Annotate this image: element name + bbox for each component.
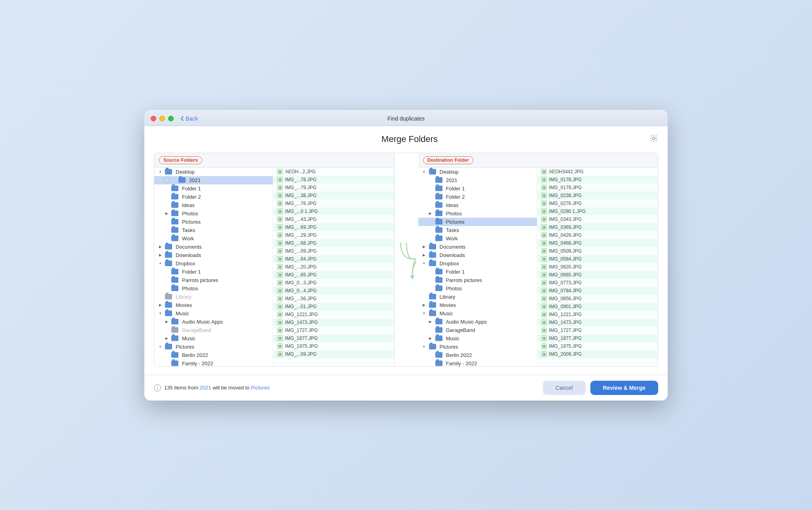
tree-item[interactable]: Berlin 2022 (418, 351, 537, 359)
folder-icon (171, 286, 178, 291)
review-merge-button[interactable]: Review & Merge (590, 381, 658, 395)
file-item: IMG_...79.JPG (273, 184, 394, 192)
tree-item-label: Desktop (440, 169, 459, 175)
file-icon (277, 304, 283, 309)
tree-item[interactable]: ▾Music (418, 309, 537, 318)
tree-item[interactable]: 2021 (154, 176, 273, 184)
file-name: IMG_0...4.JPG (285, 288, 316, 293)
file-name: IMG_1473.JPG (549, 320, 582, 325)
tree-item[interactable]: ▶Photos (418, 209, 537, 218)
tree-item[interactable]: ▾Desktop (418, 168, 537, 176)
file-item: IMG_...84.JPG (273, 255, 394, 263)
file-icon (541, 209, 547, 214)
tree-item[interactable]: ▾Desktop (154, 168, 273, 176)
tree-item[interactable]: Ideas (418, 201, 537, 209)
tree-item-label: Family - 2022 (446, 360, 477, 366)
folder-icon (171, 211, 178, 216)
tree-item[interactable]: Library (418, 293, 537, 301)
tree-item[interactable]: ▶Downloads (418, 251, 537, 259)
chevron-spacer (428, 236, 433, 241)
minimize-button[interactable] (159, 116, 165, 121)
tree-item[interactable]: Tasks (154, 226, 273, 234)
tree-item[interactable]: Parrots pictures (418, 276, 537, 284)
tree-item[interactable]: ▾Pictures (154, 343, 273, 351)
chevron-spacer (164, 202, 169, 208)
tree-item[interactable]: Work (154, 234, 273, 243)
tree-item[interactable]: GarageBand (154, 326, 273, 334)
tree-item[interactable]: Folder 2 (154, 193, 273, 201)
tree-item[interactable]: ▶Documents (418, 243, 537, 251)
chevron-spacer (428, 360, 433, 366)
tree-item[interactable]: Family - 2022 (154, 359, 273, 366)
settings-button[interactable] (649, 134, 658, 145)
tree-item[interactable]: ▾Dropbox (154, 259, 273, 268)
file-icon (541, 224, 547, 230)
tree-item[interactable]: 2021 (418, 176, 537, 184)
file-name: IMG_0238.JPG (549, 193, 582, 198)
file-name: IMG_0429.JPG (549, 232, 582, 238)
tree-item[interactable]: Tasks (418, 226, 537, 234)
file-name: IMG_1975.JPG (549, 343, 582, 349)
tree-item[interactable]: Pictures (154, 218, 273, 226)
source-files: AEOH...2.JPGIMG_...78.JPGIMG_...79.JPGIM… (273, 168, 394, 366)
cancel-button[interactable]: Cancel (543, 381, 586, 395)
tree-item-label: Pictures (182, 219, 201, 225)
file-icon (541, 193, 547, 198)
main-panels: Source Folders ▾Desktop2021Folder 1Folde… (154, 153, 658, 367)
tree-item[interactable]: ▾Dropbox (418, 259, 537, 268)
item-checkbox[interactable] (164, 177, 169, 183)
tree-item[interactable]: Photos (418, 284, 537, 293)
tree-item[interactable]: ▶Music (154, 334, 273, 343)
tree-item[interactable]: Folder 1 (418, 268, 537, 276)
chevron-spacer (164, 277, 169, 283)
tree-item[interactable]: ▶Movies (418, 301, 537, 309)
maximize-button[interactable] (168, 116, 174, 121)
file-icon (277, 272, 283, 278)
tree-item[interactable]: Parrots pictures (154, 276, 273, 284)
tree-item[interactable]: ▶Audio Music Apps (418, 318, 537, 326)
dest-tree[interactable]: ▾Desktop2021Folder 1Folder 2Ideas▶Photos… (418, 168, 537, 366)
tree-item[interactable]: Folder 1 (154, 184, 273, 193)
tree-item[interactable]: Folder 1 (418, 184, 537, 193)
tree-item[interactable]: ▶Movies (154, 301, 273, 309)
chevron-icon: ▾ (421, 261, 427, 266)
file-item: IMG_0773.JPG (537, 279, 658, 287)
source-tree[interactable]: ▾Desktop2021Folder 1Folder 2Ideas▶Photos… (154, 168, 273, 366)
tree-item-label: Folder 1 (182, 186, 201, 192)
tree-item[interactable]: Library (154, 293, 273, 301)
tree-item[interactable]: ▶Documents (154, 243, 273, 251)
tree-item-label: Dropbox (440, 261, 459, 267)
tree-item[interactable]: GarageBand (418, 326, 537, 334)
file-name: IMG_...01.JPG (285, 304, 316, 309)
merge-arrow (396, 227, 416, 292)
back-button[interactable]: Back (180, 115, 198, 122)
tree-item[interactable]: Ideas (154, 201, 273, 209)
file-name: IMG_...09.JPG (285, 248, 316, 254)
tree-item[interactable]: ▶Music (418, 334, 537, 343)
tree-item[interactable]: ▾Music (154, 309, 273, 318)
file-icon (277, 169, 283, 174)
folder-icon (171, 227, 178, 233)
tree-item[interactable]: Folder 2 (418, 193, 537, 201)
tree-item[interactable]: Berlin 2022 (154, 351, 273, 359)
folder-icon (429, 294, 436, 299)
chevron-icon: ▶ (164, 319, 169, 324)
tree-item[interactable]: ▶Photos (154, 209, 273, 218)
tree-item[interactable]: ▾Pictures (418, 343, 537, 351)
file-name: IMG_...43.JPG (285, 217, 316, 222)
tree-item[interactable]: ▶Audio Music Apps (154, 318, 273, 326)
tree-item[interactable]: Photos (154, 284, 273, 293)
footer-verb: will be moved to (211, 385, 251, 391)
tree-item-label: Pictures (440, 344, 458, 350)
tree-item[interactable]: Family - 2022 (418, 359, 537, 366)
tree-item[interactable]: ▶Downloads (154, 251, 273, 259)
tree-item[interactable]: Work (418, 234, 537, 243)
svg-marker-2 (410, 276, 415, 280)
chevron-spacer (428, 277, 433, 283)
file-name: IMG_0665.JPG (549, 272, 582, 278)
page-title: Merge Folders (170, 134, 649, 144)
close-button[interactable] (151, 116, 156, 121)
tree-item[interactable]: Folder 1 (154, 268, 273, 276)
file-icon (277, 336, 283, 341)
tree-item[interactable]: Pictures (418, 218, 537, 226)
